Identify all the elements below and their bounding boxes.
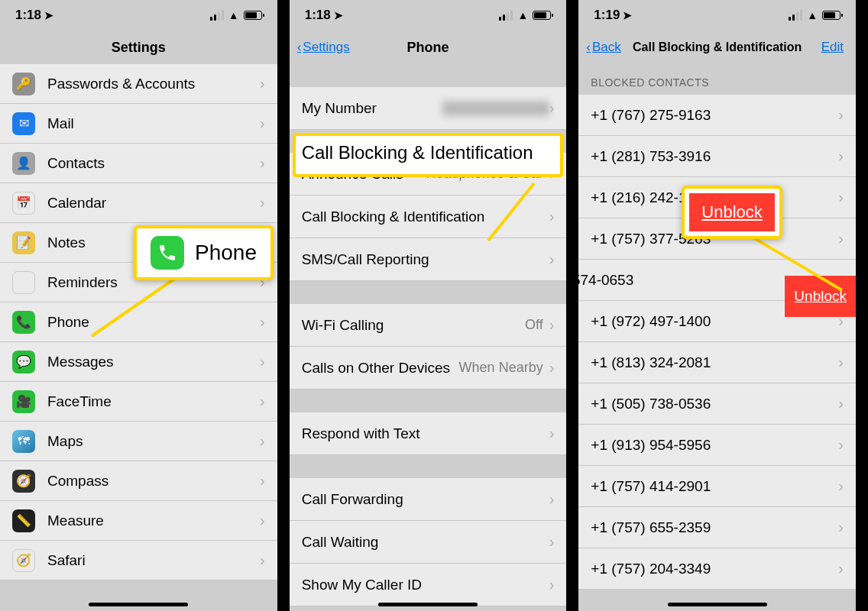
blocked-contact-number: +1 (767) 275-9163 xyxy=(591,107,838,124)
home-indicator xyxy=(89,603,188,606)
phone-row-9[interactable]: Show My Caller ID› xyxy=(290,564,567,606)
blocked-contacts-list: +1 (767) 275-9163 ›+1 (281) 753-3916 ›+1… xyxy=(578,95,856,590)
blocked-contact-number: +1 (757) 414-2901 xyxy=(591,478,838,495)
phone-row-0[interactable]: My Number› xyxy=(290,87,567,130)
settings-row-measure[interactable]: 📏 Measure › xyxy=(0,501,277,541)
chevron-right-icon: › xyxy=(260,432,265,450)
settings-row-label: Passwords & Accounts xyxy=(47,76,260,92)
chevron-right-icon: › xyxy=(260,313,265,331)
edit-button[interactable]: Edit xyxy=(821,40,844,55)
nav-bar: ‹Back Call Blocking & Identification Edi… xyxy=(578,31,856,64)
chevron-left-icon: ‹ xyxy=(586,40,591,55)
signal-icon xyxy=(789,10,802,21)
blocked-contact-row[interactable]: +1 (505) 738-0536 › xyxy=(578,383,856,425)
blocked-contact-row[interactable]: +1 (757) 204-3349 › xyxy=(578,548,856,590)
phone-row-label: Call Waiting xyxy=(302,534,549,551)
chevron-right-icon: › xyxy=(260,472,265,490)
compass-icon: 🧭 xyxy=(12,470,35,493)
phone-row-label: SMS/Call Reporting xyxy=(302,251,549,268)
phone-row-detail: Headphones & Car xyxy=(426,166,543,182)
phone-row-label: Call Blocking & Identification xyxy=(302,209,549,225)
wifi-icon: ▲ xyxy=(807,9,818,21)
phone-row-7[interactable]: Call Forwarding› xyxy=(290,478,567,521)
phone-row-5[interactable]: Calls on Other DevicesWhen Nearby› xyxy=(290,347,567,390)
home-indicator xyxy=(378,603,478,606)
chevron-right-icon: › xyxy=(260,393,265,410)
page-title: Call Blocking & Identification xyxy=(633,40,802,54)
mail-icon: ✉︎ xyxy=(12,112,35,135)
settings-row-contacts[interactable]: 👤 Contacts › xyxy=(0,144,277,183)
chevron-right-icon: › xyxy=(838,519,844,536)
blocked-contact-row[interactable]: +1 (757) 655-2359 › xyxy=(578,507,856,548)
chevron-right-icon: › xyxy=(549,359,555,377)
signal-icon xyxy=(499,10,513,21)
notes-icon: 📝 xyxy=(12,231,35,254)
settings-row-label: FaceTime xyxy=(47,393,260,410)
page-title: Phone xyxy=(407,40,449,56)
settings-row-messages[interactable]: 💬 Messages › xyxy=(0,342,277,382)
settings-row-facetime[interactable]: 🎥 FaceTime › xyxy=(0,382,277,422)
phone-row-label: My Number xyxy=(302,100,442,117)
phone-row-6[interactable]: Respond with Text› xyxy=(290,412,567,455)
chevron-right-icon: › xyxy=(838,354,844,371)
settings-row-maps[interactable]: 🗺 Maps › xyxy=(0,422,277,461)
blocked-contact-number: +1 (757) 204-3349 xyxy=(591,561,838,577)
chevron-right-icon: › xyxy=(838,230,844,247)
settings-row-label: Mail xyxy=(47,115,260,132)
unblock-swipe-action[interactable]: Unblock xyxy=(785,276,856,317)
blocked-contact-row[interactable]: +1 (913) 954-5956 › xyxy=(578,425,856,466)
settings-row-label: Measure xyxy=(47,512,260,529)
chevron-right-icon: › xyxy=(549,165,555,183)
chevron-right-icon: › xyxy=(838,395,844,412)
chevron-right-icon: › xyxy=(838,189,844,206)
blocked-contact-number: +1 (913) 954-5956 xyxy=(591,437,838,454)
facetime-icon: 🎥 xyxy=(12,390,35,413)
settings-row-compass[interactable]: 🧭 Compass › xyxy=(0,461,277,501)
settings-row-safari[interactable]: 🧭 Safari › xyxy=(0,541,277,580)
blocked-contact-row[interactable]: +1 (767) 275-9163 › xyxy=(578,95,856,136)
chevron-right-icon: › xyxy=(838,147,844,165)
blocked-contact-number: +1 (813) 324-2081 xyxy=(591,354,838,371)
settings-row-passwords[interactable]: 🔑 Passwords & Accounts › xyxy=(0,64,277,104)
unblock-button[interactable]: Unblock xyxy=(689,193,774,231)
phone-row-2[interactable]: Call Blocking & Identification› xyxy=(290,196,567,238)
phone-row-detail: When Nearby xyxy=(459,360,543,376)
status-bar: 1:18➤ ▲ xyxy=(290,0,567,31)
safari-icon: 🧭 xyxy=(12,549,35,572)
nav-bar: Settings xyxy=(0,31,277,64)
calendar-icon: 📅 xyxy=(12,192,35,215)
status-time: 1:18 xyxy=(305,8,331,23)
settings-row-mail[interactable]: ✉︎ Mail › xyxy=(0,104,277,144)
phone-row-label: Announce Calls xyxy=(302,166,426,183)
back-button[interactable]: ‹Settings xyxy=(297,40,350,55)
settings-row-phone[interactable]: 📞 Phone › xyxy=(0,302,277,342)
phone-row-label: Wi-Fi Calling xyxy=(302,317,525,334)
measure-icon: 📏 xyxy=(12,509,35,532)
phone-row-4[interactable]: Wi-Fi CallingOff› xyxy=(290,304,567,347)
chevron-right-icon: › xyxy=(260,115,265,132)
chevron-right-icon: › xyxy=(838,106,844,124)
signal-icon xyxy=(210,10,224,21)
chevron-right-icon: › xyxy=(549,490,555,508)
phone-row-3[interactable]: SMS/Call Reporting› xyxy=(290,238,567,281)
back-button[interactable]: ‹Back xyxy=(586,40,620,55)
blocked-contact-row[interactable]: +1 (281) 753-3916 › xyxy=(578,136,856,177)
settings-row-calendar[interactable]: 📅 Calendar › xyxy=(0,183,277,223)
chevron-right-icon: › xyxy=(260,194,265,212)
contacts-icon: 👤 xyxy=(12,152,35,175)
callout-phone: Phone xyxy=(134,225,274,280)
chevron-right-icon: › xyxy=(838,560,844,577)
screenshot-settings: 1:18➤ ▲ Settings 🔑 Passwords & Accounts … xyxy=(0,0,277,611)
status-bar: 1:18➤ ▲ xyxy=(0,0,277,31)
phone-row-8[interactable]: Call Waiting› xyxy=(290,521,567,564)
status-bar: 1:19➤ ▲ xyxy=(578,0,856,31)
chevron-right-icon: › xyxy=(549,576,555,593)
settings-row-label: Calendar xyxy=(47,195,260,212)
settings-list: 🔑 Passwords & Accounts › ✉︎ Mail › 👤 Con… xyxy=(0,64,277,580)
chevron-right-icon: › xyxy=(549,316,555,334)
status-time: 1:18 xyxy=(15,8,41,23)
blocked-contact-row[interactable]: +1 (757) 414-2901 › xyxy=(578,466,856,507)
blocked-contact-row[interactable]: +1 (813) 324-2081 › xyxy=(578,342,856,383)
redacted-value xyxy=(442,101,549,116)
settings-row-label: Compass xyxy=(47,473,260,490)
